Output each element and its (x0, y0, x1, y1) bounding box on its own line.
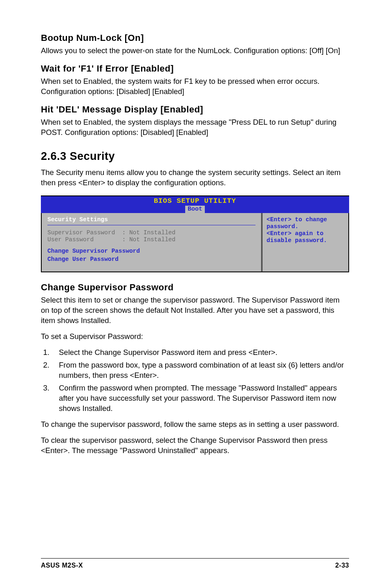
paragraph-hit-del: When set to Enabled, the system displays… (41, 117, 349, 138)
bios-supervisor-status: Supervisor Password : Not Installed (47, 229, 256, 236)
paragraph-wait-f1: When set to Enabled, the system waits fo… (41, 76, 349, 97)
ordered-list-csp-steps: Select the Change Supervisor Password it… (41, 348, 349, 414)
bios-left-pane: Security Settings Supervisor Password : … (42, 213, 262, 272)
bios-help-line: <Enter> to change (267, 216, 344, 223)
bios-tab-boot: Boot (185, 206, 205, 213)
paragraph-security-intro: The Security menu items allow you to cha… (41, 168, 349, 188)
heading-change-supervisor: Change Supervisor Password (41, 282, 349, 293)
bios-help-line: disable password. (267, 237, 344, 244)
bios-title-bar: BIOS SETUP UTILITY Boot (41, 196, 349, 213)
paragraph-csp-clear: To clear the supervisor password, select… (41, 435, 349, 456)
list-item: Select the Change Supervisor Password it… (52, 348, 349, 358)
paragraph-csp-intro: Select this item to set or change the su… (41, 295, 349, 326)
footer-right: 2-33 (335, 562, 349, 569)
page-footer: ASUS M2S-X 2-33 (41, 558, 349, 569)
list-item: Confirm the password when prompted. The … (52, 383, 349, 414)
bios-help-line: <Enter> again to (267, 230, 344, 237)
bios-section-title: Security Settings (47, 216, 256, 225)
list-item: From the password box, type a password c… (52, 360, 349, 381)
bios-content: Security Settings Supervisor Password : … (41, 213, 349, 272)
bios-change-user: Change User Password (47, 256, 256, 263)
heading-bootup-numlock: Bootup Num-Lock [On] (41, 33, 349, 43)
bios-screenshot: BIOS SETUP UTILITY Boot Security Setting… (41, 195, 349, 273)
heading-security: 2.6.3 Security (41, 150, 349, 163)
paragraph-csp-change: To change the supervisor password, follo… (41, 420, 349, 430)
bios-help-line: password. (267, 223, 344, 230)
heading-wait-f1: Wait for 'F1' If Error [Enabled] (41, 63, 349, 74)
bios-title: BIOS SETUP UTILITY (41, 197, 349, 205)
paragraph-bootup-numlock: Allows you to select the power-on state … (41, 46, 349, 56)
heading-hit-del: Hit 'DEL' Message Display [Enabled] (41, 104, 349, 115)
bios-change-supervisor: Change Supervisor Password (47, 248, 256, 254)
paragraph-csp-toset: To set a Supervisor Password: (41, 332, 349, 342)
bios-help-pane: <Enter> to change password. <Enter> agai… (262, 213, 348, 272)
bios-user-status: User Password : Not Installed (47, 236, 256, 243)
footer-left: ASUS M2S-X (41, 562, 83, 569)
